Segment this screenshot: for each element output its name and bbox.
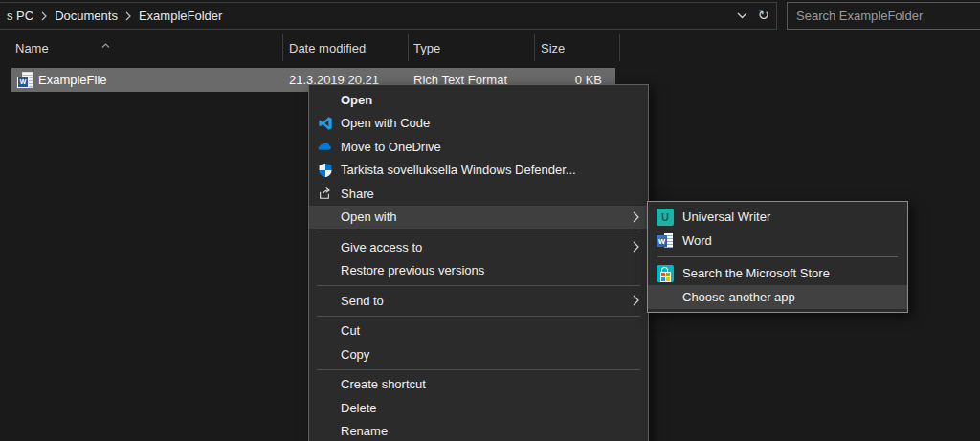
share-icon bbox=[317, 185, 334, 202]
menu-item-label: Give access to bbox=[341, 240, 422, 254]
submenu-chevron-icon bbox=[633, 295, 639, 306]
menu-item-label: Open bbox=[341, 93, 372, 107]
vscode-icon bbox=[317, 115, 334, 132]
open-with-submenu: U Universal Writer w Word bbox=[647, 201, 908, 313]
column-divider[interactable] bbox=[619, 34, 620, 61]
menu-item-label: Delete bbox=[341, 401, 377, 415]
address-bar-controls: ↻ bbox=[737, 3, 769, 29]
column-divider[interactable] bbox=[282, 34, 283, 61]
address-bar[interactable]: s PC Documents ExampleFolder ↻ bbox=[0, 2, 777, 30]
menu-separator bbox=[317, 369, 640, 370]
word-badge: W bbox=[17, 77, 29, 88]
menu-item-open-with-code[interactable]: Open with Code bbox=[309, 112, 648, 136]
column-header-name[interactable]: Name bbox=[15, 41, 49, 55]
menu-item-move-to-onedrive[interactable]: Move to OneDrive bbox=[309, 135, 648, 159]
menu-item-copy[interactable]: Copy bbox=[309, 342, 648, 366]
word-app-icon: w bbox=[657, 232, 674, 250]
file-name: ExampleFile bbox=[38, 68, 107, 92]
menu-item-label: Search the Microsoft Store bbox=[682, 266, 830, 280]
menu-item-label: Copy bbox=[341, 347, 369, 362]
breadcrumb-chevron-icon[interactable] bbox=[41, 11, 47, 21]
column-header-date-modified[interactable]: Date modified bbox=[289, 41, 366, 55]
submenu-item-choose-another-app[interactable]: Choose another app bbox=[648, 285, 907, 309]
submenu-chevron-icon bbox=[633, 241, 639, 253]
rtf-document-icon: W bbox=[17, 72, 33, 87]
breadcrumb-documents[interactable]: Documents bbox=[51, 9, 122, 23]
menu-item-create-shortcut[interactable]: Create shortcut bbox=[309, 373, 648, 397]
submenu-chevron-icon bbox=[633, 211, 639, 223]
menu-item-share[interactable]: Share bbox=[309, 182, 648, 206]
search-box[interactable] bbox=[787, 2, 980, 30]
menu-item-label: Universal Writer bbox=[682, 209, 770, 224]
menu-separator bbox=[657, 256, 898, 257]
microsoft-flag bbox=[660, 272, 671, 282]
explorer-window: s PC Documents ExampleFolder ↻ Name Date… bbox=[0, 0, 980, 441]
menu-item-label: Choose another app bbox=[682, 290, 795, 304]
breadcrumb-chevron-icon[interactable] bbox=[125, 11, 131, 21]
menu-item-label: Send to bbox=[341, 294, 384, 308]
menu-item-defender-scan[interactable]: Tarkista sovelluksella Windows Defender.… bbox=[309, 159, 648, 183]
submenu-item-word[interactable]: w Word bbox=[648, 229, 907, 253]
context-menu: Open Open with Code Move to OneDrive bbox=[308, 84, 649, 441]
refresh-icon[interactable]: ↻ bbox=[757, 9, 769, 23]
column-divider[interactable] bbox=[408, 34, 409, 61]
menu-item-delete[interactable]: Delete bbox=[309, 396, 648, 420]
column-divider[interactable] bbox=[534, 34, 535, 61]
column-header-type[interactable]: Type bbox=[413, 41, 440, 55]
address-dropdown-chevron-icon[interactable] bbox=[737, 12, 747, 19]
menu-item-label: Tarkista sovelluksella Windows Defender.… bbox=[341, 163, 576, 177]
menu-item-send-to[interactable]: Send to bbox=[309, 289, 648, 313]
menu-separator bbox=[317, 285, 640, 286]
menu-item-rename[interactable]: Rename bbox=[309, 420, 648, 441]
microsoft-store-icon bbox=[657, 265, 674, 282]
word-letter: w bbox=[657, 235, 667, 247]
breadcrumb-this-pc[interactable]: s PC bbox=[3, 9, 37, 23]
menu-separator bbox=[317, 316, 640, 317]
sort-ascending-icon[interactable] bbox=[101, 34, 110, 52]
menu-item-label: Open with bbox=[341, 209, 397, 224]
menu-item-open-with[interactable]: Open with bbox=[309, 206, 648, 230]
menu-item-label: Open with Code bbox=[341, 116, 430, 130]
menu-item-label: Rename bbox=[341, 424, 388, 438]
menu-item-cut[interactable]: Cut bbox=[309, 320, 648, 343]
column-header-size[interactable]: Size bbox=[541, 41, 565, 55]
menu-item-label: Restore previous versions bbox=[341, 263, 484, 277]
menu-item-label: Create shortcut bbox=[341, 377, 426, 391]
submenu-item-search-microsoft-store[interactable]: Search the Microsoft Store bbox=[648, 261, 907, 285]
menu-item-give-access-to[interactable]: Give access to bbox=[309, 235, 648, 259]
menu-separator bbox=[317, 232, 640, 232]
menu-item-open[interactable]: Open bbox=[309, 88, 648, 112]
menu-item-label: Word bbox=[682, 233, 712, 248]
menu-item-restore-previous-versions[interactable]: Restore previous versions bbox=[309, 259, 648, 283]
menu-item-label: Share bbox=[341, 187, 374, 201]
search-input[interactable] bbox=[788, 3, 980, 29]
breadcrumb-examplefolder[interactable]: ExampleFolder bbox=[135, 9, 226, 23]
onedrive-cloud-icon bbox=[317, 138, 334, 155]
menu-item-label: Cut bbox=[341, 323, 360, 338]
menu-item-label: Move to OneDrive bbox=[341, 140, 441, 154]
windows-defender-shield-icon bbox=[317, 162, 334, 179]
universal-writer-icon: U bbox=[657, 209, 674, 226]
submenu-item-universal-writer[interactable]: U Universal Writer bbox=[648, 205, 907, 229]
universal-writer-letter: U bbox=[657, 209, 674, 226]
